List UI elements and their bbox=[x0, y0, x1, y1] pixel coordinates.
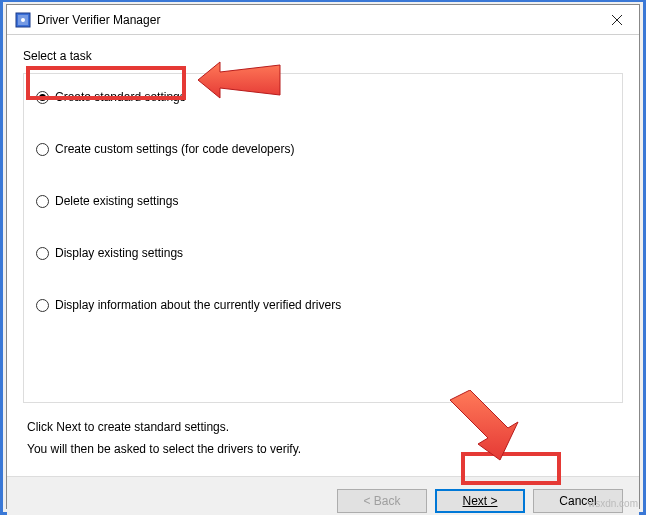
back-button: < Back bbox=[337, 489, 427, 513]
button-bar: < Back Next > Cancel bbox=[7, 476, 639, 515]
radio-label: Delete existing settings bbox=[55, 194, 178, 208]
radio-label: Create custom settings (for code develop… bbox=[55, 142, 294, 156]
radio-icon bbox=[36, 143, 49, 156]
close-button[interactable] bbox=[594, 5, 639, 34]
radio-display-existing[interactable]: Display existing settings bbox=[36, 246, 614, 260]
select-task-label: Select a task bbox=[23, 49, 623, 63]
radio-icon bbox=[36, 247, 49, 260]
cancel-button[interactable]: Cancel bbox=[533, 489, 623, 513]
hint-text: Click Next to create standard settings. … bbox=[27, 417, 623, 460]
app-icon bbox=[15, 12, 31, 28]
radio-label: Display information about the currently … bbox=[55, 298, 341, 312]
radio-delete-existing[interactable]: Delete existing settings bbox=[36, 194, 614, 208]
titlebar: Driver Verifier Manager bbox=[7, 5, 639, 35]
radio-create-standard[interactable]: Create standard settings bbox=[36, 90, 614, 104]
radio-display-info[interactable]: Display information about the currently … bbox=[36, 298, 614, 312]
hint-line-2: You will then be asked to select the dri… bbox=[27, 439, 623, 461]
radio-icon bbox=[36, 195, 49, 208]
content-area: Select a task Create standard settings C… bbox=[7, 35, 639, 476]
hint-line-1: Click Next to create standard settings. bbox=[27, 417, 623, 439]
task-panel: Create standard settings Create custom s… bbox=[23, 73, 623, 403]
radio-icon bbox=[36, 91, 49, 104]
radio-create-custom[interactable]: Create custom settings (for code develop… bbox=[36, 142, 614, 156]
window: Driver Verifier Manager Select a task Cr… bbox=[6, 4, 640, 509]
svg-point-2 bbox=[21, 18, 25, 22]
radio-label: Create standard settings bbox=[55, 90, 186, 104]
window-title: Driver Verifier Manager bbox=[37, 13, 160, 27]
radio-label: Display existing settings bbox=[55, 246, 183, 260]
next-button[interactable]: Next > bbox=[435, 489, 525, 513]
radio-icon bbox=[36, 299, 49, 312]
